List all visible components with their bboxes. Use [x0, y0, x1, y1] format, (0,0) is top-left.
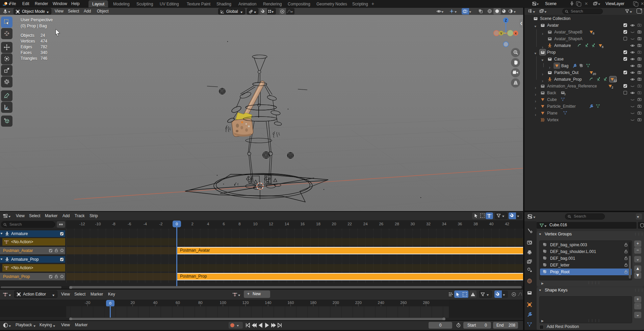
svg-text:X: X [515, 31, 517, 35]
svg-text:Z: Z [505, 19, 507, 22]
svg-text:Y: Y [500, 32, 502, 35]
